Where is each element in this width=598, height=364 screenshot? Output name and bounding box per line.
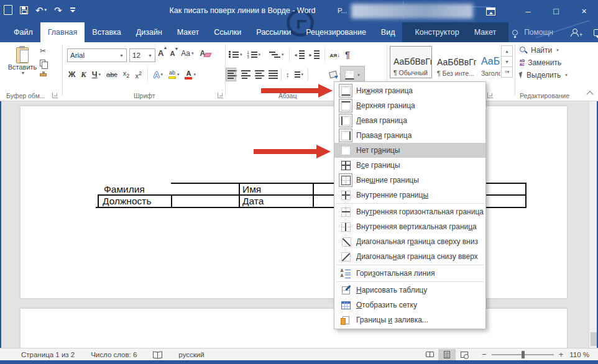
table-cell-text[interactable]: Имя (242, 184, 261, 195)
styles-dialog-launcher-icon[interactable] (487, 93, 493, 98)
collapse-ribbon-icon[interactable] (586, 91, 594, 97)
tab-дизайн[interactable]: Дизайн (129, 22, 170, 42)
zoom-out-button[interactable]: − (482, 350, 487, 359)
menu-item-border-inside-v[interactable]: Внутренняя вертикальная граница (334, 219, 485, 234)
numbering-button[interactable]: ▾ (247, 52, 261, 58)
replace-button[interactable]: abacЗаменить (520, 58, 568, 67)
web-layout-button[interactable] (456, 349, 473, 360)
text-effects-button[interactable]: А▾ (154, 70, 163, 80)
styles-scroll-down-icon[interactable]: ▼ (501, 56, 513, 67)
find-button[interactable]: Найти▾ (520, 46, 568, 55)
account-label[interactable]: Р... (338, 7, 347, 14)
tab-главная[interactable]: Главная (40, 22, 85, 42)
language-indicator[interactable]: русский (178, 351, 204, 358)
zoom-level[interactable]: 110 % (569, 351, 589, 358)
menu-item-draw-table[interactable]: Нарисовать таблицу (334, 283, 485, 298)
zoom-slider[interactable] (492, 354, 554, 355)
page-indicator[interactable]: Страница 1 из 2 (21, 351, 75, 358)
zoom-in-button[interactable]: + (559, 350, 564, 359)
save-icon[interactable] (20, 6, 28, 14)
maximize-button[interactable]: □ (542, 0, 570, 22)
ribbon-display-options-icon[interactable] (486, 7, 495, 16)
close-button[interactable]: × (570, 0, 598, 22)
sort-button[interactable]: АЯ↓ (330, 52, 341, 58)
change-case-button[interactable]: Aa▾ (181, 49, 193, 58)
clipboard-dialog-launcher-icon[interactable] (52, 93, 58, 98)
copy-icon[interactable] (40, 60, 45, 66)
strikethrough-button[interactable]: abc (106, 71, 117, 78)
font-family-dropdown-icon[interactable]: ▼ (119, 53, 124, 58)
font-color-button[interactable]: А▾ (185, 70, 196, 80)
minimize-button[interactable]: – (514, 0, 542, 22)
menu-item-border-inside-h[interactable]: Внутренняя горизонтальная граница (334, 204, 485, 219)
paste-dropdown-icon[interactable]: ▼ (21, 71, 25, 75)
highlight-button[interactable]: ab▾ (168, 70, 180, 79)
menu-item-horizontal-line[interactable]: Горизонтальная линия (334, 266, 485, 281)
customize-qat-icon[interactable] (70, 7, 76, 13)
menu-item-border-diag-down[interactable]: Диагональная граница сверху вниз (334, 234, 485, 249)
decrease-indent-icon[interactable] (295, 50, 305, 59)
font-size-dropdown-icon[interactable]: ▼ (148, 53, 152, 58)
menu-item-border-all[interactable]: Все границы (334, 158, 485, 173)
undo-dropdown-icon[interactable]: ▾ (45, 7, 47, 12)
table-cell-text[interactable]: Должность (103, 196, 151, 207)
menu-item-borders-shading[interactable]: Границы и заливка... (334, 312, 485, 327)
menu-item-border-none[interactable]: Нет границы (334, 143, 485, 158)
bullets-button[interactable]: ▾ (229, 52, 242, 58)
redo-icon[interactable]: ↷ (54, 6, 62, 15)
tab-рецензирование[interactable]: Рецензирование (298, 22, 374, 42)
font-family-combobox[interactable]: Arial ▼ (67, 48, 127, 62)
tab-макет[interactable]: Макет (467, 22, 504, 42)
styles-scroll-up-icon[interactable]: ▲ (501, 45, 513, 57)
tab-макет[interactable]: Макет (170, 22, 206, 42)
increase-indent-icon[interactable] (310, 50, 320, 59)
tab-конструктор[interactable]: Конструктор (407, 22, 466, 42)
underline-button[interactable]: Ч▾ (92, 70, 101, 79)
subscript-button[interactable]: x2 (123, 70, 130, 79)
menu-item-border-diag-up[interactable]: Диагональная граница снизу вверх (334, 249, 485, 264)
select-button[interactable]: Выделить▾ (520, 71, 568, 80)
shrink-font-button[interactable]: A▼ (170, 50, 175, 57)
menu-item-view-gridlines[interactable]: Отобразить сетку (334, 298, 485, 312)
tell-me-lightbulb-icon[interactable] (512, 30, 518, 35)
format-painter-icon[interactable] (40, 73, 47, 76)
align-center-button[interactable] (240, 68, 249, 81)
scrollbar-thumb[interactable] (591, 332, 597, 346)
clear-formatting-icon[interactable]: A (200, 49, 211, 58)
align-right-button[interactable] (254, 68, 263, 81)
table-cell-text[interactable]: Фамилия (104, 184, 145, 195)
shading-button[interactable]: ▾ (329, 70, 342, 79)
menu-item-border-top[interactable]: Верхняя граница (334, 98, 485, 113)
style-card-heading1[interactable]: АаБбВ Заголово... (478, 46, 500, 78)
show-paragraph-marks-button[interactable]: ¶ (345, 50, 350, 60)
menu-item-border-inside[interactable]: Внутренние границы (334, 188, 485, 202)
proofing-book-icon[interactable] (153, 352, 162, 358)
superscript-button[interactable]: x2 (135, 70, 142, 80)
style-card-no-spacing[interactable]: АаБбВвГг, ¶ Без инте... (434, 46, 476, 78)
multilevel-list-button[interactable]: ▾ (265, 52, 284, 58)
cut-icon[interactable]: ✂ (40, 47, 46, 55)
word-count[interactable]: Число слов: 6 (91, 351, 137, 358)
menu-item-border-bottom[interactable]: Нижняя граница (334, 83, 485, 98)
menu-item-border-right[interactable]: Правая граница (334, 128, 485, 143)
tab-рассылки[interactable]: Рассылки (249, 22, 298, 42)
help-assistant-label[interactable]: Помощн (524, 28, 553, 37)
bold-button[interactable]: Ж (68, 70, 75, 79)
tab-вставка[interactable]: Вставка (85, 22, 128, 42)
tab-файл[interactable]: Файл (6, 22, 40, 42)
font-size-combobox[interactable]: 12 ▼ (129, 48, 155, 62)
align-left-button[interactable] (226, 68, 236, 81)
borders-button[interactable]: ▾ (341, 66, 364, 83)
paste-button[interactable]: Вставить ▼ (7, 46, 37, 84)
styles-more-icon[interactable]: ≡▾ (501, 66, 513, 78)
grow-font-button[interactable]: A▲ (158, 48, 163, 58)
borders-dropdown-icon[interactable]: ▾ (357, 73, 360, 78)
italic-button[interactable]: К (81, 70, 86, 80)
share-person-icon[interactable] (571, 29, 578, 36)
print-layout-button[interactable] (438, 349, 456, 360)
menu-item-border-left[interactable]: Левая граница (334, 113, 485, 128)
menu-item-border-outside[interactable]: Внешние границы (334, 173, 485, 188)
zoom-slider-thumb[interactable] (522, 351, 525, 358)
read-mode-button[interactable] (421, 349, 438, 360)
undo-button[interactable]: ↶ ▾ (35, 6, 47, 15)
